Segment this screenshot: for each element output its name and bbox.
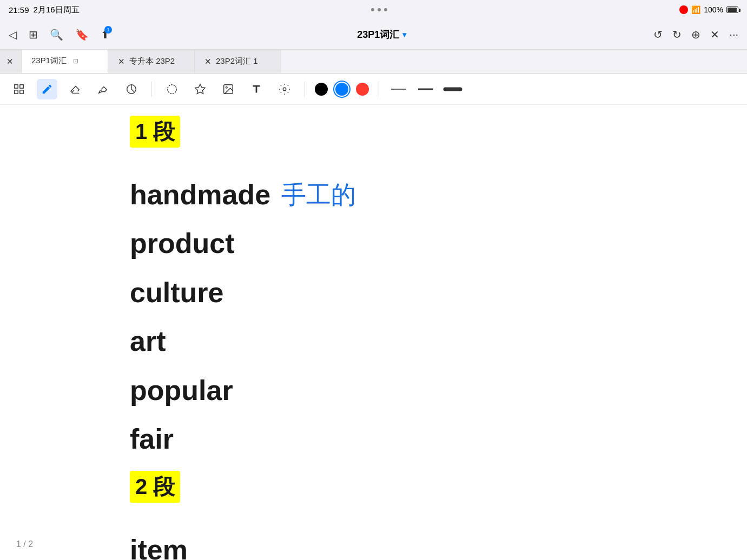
eraser-tool[interactable]: [65, 79, 85, 99]
shapes-tool[interactable]: [121, 79, 142, 99]
svg-point-9: [283, 88, 286, 91]
pen-tool[interactable]: [37, 79, 57, 99]
word-handmade-text: handmade: [130, 178, 270, 211]
content-area: 1 段 handmade 手工的 product culture art pop…: [0, 105, 747, 560]
tab-2[interactable]: ✕ 专升本 23P2: [108, 50, 195, 73]
tab-1-layout-icon: ⊡: [73, 57, 78, 65]
close-button[interactable]: ✕: [710, 28, 719, 41]
svg-point-8: [226, 86, 227, 88]
status-right: 📶 100%: [679, 5, 738, 14]
page-indicator: 1 / 2: [16, 539, 33, 549]
star-tool[interactable]: [190, 79, 210, 99]
battery-icon-container: [726, 6, 738, 13]
tab-2-close[interactable]: ✕: [118, 57, 125, 66]
add-page-button[interactable]: ⊕: [691, 28, 700, 41]
more-tools-button[interactable]: [274, 79, 295, 99]
tab-close-1[interactable]: ✕: [0, 50, 22, 73]
more-button[interactable]: ···: [729, 28, 738, 41]
word-culture-text: culture: [130, 277, 223, 308]
recording-dot: [679, 5, 688, 14]
lasso-tool[interactable]: [162, 79, 182, 99]
bookmark-button[interactable]: 🔖: [75, 28, 89, 41]
medium-line[interactable]: [416, 84, 435, 95]
status-bar: 21:59 2月16日周五 📶 100%: [0, 0, 747, 19]
word-culture: culture: [130, 276, 747, 309]
word-product-text: product: [130, 228, 235, 259]
section2-label-container: 2 段: [130, 471, 747, 518]
word-fair: fair: [130, 422, 747, 456]
word-popular: popular: [130, 374, 747, 407]
word-handmade: handmade 手工的: [130, 178, 747, 211]
tab-3-label: 23P2词汇 1: [216, 56, 258, 66]
undo-button[interactable]: ↺: [653, 28, 663, 41]
battery-text: 100%: [704, 5, 723, 14]
word-popular-text: popular: [130, 375, 233, 406]
color-black[interactable]: [315, 83, 328, 96]
dot3: [384, 8, 387, 11]
word-fair-text: fair: [130, 423, 174, 455]
separator-3: [379, 82, 379, 97]
separator-1: [151, 82, 152, 97]
color-red[interactable]: [356, 83, 369, 96]
svg-rect-1: [20, 84, 23, 88]
title-dropdown-icon[interactable]: ▾: [402, 30, 406, 39]
svg-marker-6: [195, 84, 205, 93]
word-handmade-annotation: 手工的: [281, 180, 356, 210]
share-button[interactable]: ⬆ 1: [101, 28, 110, 41]
svg-rect-2: [15, 90, 18, 93]
word-item-text: item: [130, 534, 188, 560]
word-item: item: [130, 533, 747, 560]
tabs-bar: ✕ 23P1词汇 ⊡ ✕ 专升本 23P2 ✕ 23P2词汇 1: [0, 50, 747, 74]
tab-3[interactable]: ✕ 23P2词汇 1: [195, 50, 281, 73]
word-art-text: art: [130, 325, 166, 357]
section1-label-container: 1 段: [130, 116, 747, 163]
text-tool[interactable]: [246, 79, 267, 99]
svg-rect-3: [20, 90, 23, 93]
thin-line[interactable]: [389, 84, 408, 95]
back-button[interactable]: ◁: [9, 28, 17, 41]
grid-button[interactable]: ⊞: [29, 28, 38, 41]
word-art: art: [130, 324, 747, 358]
section1-label: 1 段: [130, 116, 180, 148]
search-button[interactable]: 🔍: [50, 28, 63, 41]
page-number: 1 / 2: [16, 539, 33, 549]
toolbar: [0, 74, 747, 105]
wifi-icon: 📶: [691, 5, 700, 14]
tab-1[interactable]: 23P1词汇 ⊡: [22, 50, 108, 73]
document-title: 23P1词汇: [357, 28, 399, 41]
tab-3-close[interactable]: ✕: [204, 57, 211, 66]
svg-rect-0: [15, 84, 18, 88]
tab-2-label: 专升本 23P2: [129, 56, 175, 66]
highlighter-tool[interactable]: [93, 79, 114, 99]
time: 21:59: [9, 5, 29, 15]
dot1: [371, 8, 374, 11]
color-blue[interactable]: [335, 83, 348, 96]
section2-label: 2 段: [130, 471, 180, 503]
tab-1-label: 23P1词汇: [31, 56, 67, 66]
word-product: product: [130, 226, 747, 260]
image-tool[interactable]: [218, 79, 239, 99]
redo-button[interactable]: ↻: [672, 28, 682, 41]
date: 2月16日周五: [34, 5, 80, 15]
layout-tool[interactable]: [9, 79, 29, 99]
separator-2: [305, 82, 305, 97]
title-bar: ◁ ⊞ 🔍 🔖 ⬆ 1 23P1词汇 ▾ ↺ ↻ ⊕ ✕ ···: [0, 19, 747, 50]
thick-line[interactable]: [443, 84, 462, 95]
svg-point-5: [168, 84, 177, 94]
dot2: [378, 8, 381, 11]
